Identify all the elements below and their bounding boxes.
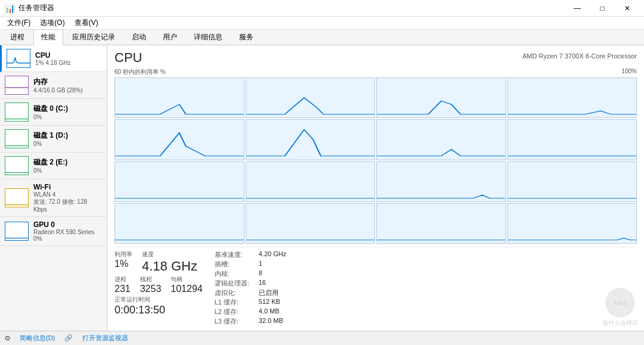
tab-performance[interactable]: 性能 (33, 29, 63, 45)
sidebar-item-disk0[interactable]: 磁盘 0 (C:) 0% (0, 99, 107, 126)
disk2-thumb (5, 156, 29, 175)
menu-file[interactable]: 文件(F) (2, 17, 35, 29)
process-value: 231 (114, 284, 131, 294)
disk0-sublabel: 0% (33, 114, 102, 120)
tab-process[interactable]: 进程 (2, 29, 32, 45)
sidebar-item-disk2[interactable]: 磁盘 2 (E:) 0% (0, 153, 107, 179)
tab-apphistory[interactable]: 应用历史记录 (64, 29, 123, 45)
open-icon: 🔗 (64, 334, 73, 342)
l1-value: 512 KB (259, 298, 286, 307)
speed-label: 速度 (142, 250, 197, 259)
cpu-model: AMD Ryzen 7 3700X 8-Core Processor (522, 52, 637, 60)
cpu-core-3 (507, 77, 637, 118)
chart-label-text: 60 秒内的利用率 % (114, 68, 166, 76)
sidebar-item-memory[interactable]: 内存 4.4/16.0 GB (28%) (0, 72, 107, 99)
cpu-label: CPU (35, 51, 102, 60)
chart-label: 60 秒内的利用率 % 100% (114, 68, 637, 76)
cpu-core-0 (114, 77, 244, 118)
cpu-core-10 (376, 161, 506, 202)
l2-value: 4.0 MB (259, 307, 286, 316)
thread-label: 线程 (140, 275, 162, 284)
disk0-thumb (5, 102, 29, 122)
tab-bar: 进程 性能 应用历史记录 启动 用户 详细信息 服务 (0, 30, 644, 45)
menu-view[interactable]: 查看(V) (70, 17, 103, 29)
stat-thread: 线程 3253 (140, 275, 162, 294)
page-title: CPU (114, 50, 142, 66)
tab-details[interactable]: 详细信息 (186, 29, 230, 45)
virt-label: 虚拟化: (215, 288, 249, 297)
memory-sublabel: 4.4/16.0 GB (28%) (33, 87, 102, 94)
chart-max-label: 100% (621, 68, 637, 76)
cpu-core-14 (376, 203, 506, 244)
open-monitor-link[interactable]: 打开资源监视器 (82, 334, 128, 343)
sidebar-item-cpu[interactable]: CPU 1% 4.18 GHz (0, 45, 107, 72)
virt-value: 已启用 (259, 288, 286, 297)
logical-label: 逻辑处理器: (215, 279, 249, 288)
utilization-label: 利用率 (114, 250, 132, 259)
summary-icon: ⊙ (5, 334, 10, 342)
tab-users[interactable]: 用户 (155, 29, 185, 45)
sidebar-item-disk1[interactable]: 磁盘 1 (D:) 0% (0, 126, 107, 153)
cpu-core-4 (114, 119, 244, 160)
cpu-core-8 (114, 161, 244, 202)
cores-label: 内核: (215, 269, 249, 278)
cpu-core-13 (246, 203, 376, 244)
cpu-sublabel: 1% 4.18 GHz (35, 60, 102, 66)
wifi-thumb (5, 188, 29, 207)
stat-speed: 速度 4.18 GHz (142, 250, 197, 274)
menu-options[interactable]: 选项(O) (35, 17, 69, 29)
close-button[interactable]: ✕ (615, 0, 639, 17)
stat-uptime: 正常运行时间 0:00:13:50 (114, 296, 203, 316)
stats-main: 利用率 1% 速度 4.18 GHz 进程 231 线程 325 (114, 250, 203, 326)
cpu-core-15 (507, 203, 637, 244)
menu-bar: 文件(F) 选项(O) 查看(V) (0, 17, 644, 30)
uptime-label: 正常运行时间 (114, 296, 203, 304)
tab-services[interactable]: 服务 (231, 29, 261, 45)
disk1-thumb (5, 129, 29, 148)
memory-label: 内存 (33, 77, 102, 87)
process-label: 进程 (114, 275, 131, 284)
maximize-button[interactable]: □ (590, 0, 614, 17)
gpu-label: GPU 0 (33, 220, 102, 229)
disk2-label: 磁盘 2 (E:) (33, 157, 102, 167)
cpu-grid (114, 77, 637, 244)
gpu-sublabel: Radeon RX 590 Series0% (33, 229, 102, 242)
base-speed-label: 基准速度: (215, 250, 249, 259)
wifi-label: Wi-Fi (33, 183, 102, 191)
summary-link[interactable]: 简略信息(D) (20, 334, 55, 343)
speed-value: 4.18 GHz (142, 259, 197, 274)
sidebar-item-wifi[interactable]: Wi-Fi WLAN 4发送: 72.0 接收: 128 Kbps (0, 179, 107, 217)
stats-right: 基准速度: 4.20 GHz 插槽: 1 内核: 8 逻辑处理器: 16 虚拟化… (215, 250, 287, 326)
cpu-thumb (7, 49, 30, 68)
app-icon: 📊 (5, 4, 15, 13)
l3-value: 32.0 MB (259, 317, 286, 326)
title-bar-controls: — □ ✕ (565, 0, 639, 17)
logical-value: 16 (259, 279, 286, 288)
l2-label: L2 缓存: (215, 307, 249, 316)
cpu-core-9 (246, 161, 376, 202)
cpu-core-5 (246, 119, 376, 160)
minimize-button[interactable]: — (565, 0, 589, 17)
sidebar-item-gpu[interactable]: GPU 0 Radeon RX 590 Series0% (0, 217, 107, 246)
sidebar: CPU 1% 4.18 GHz 内存 4.4/16.0 GB (28%) (0, 45, 107, 331)
cpu-core-6 (376, 119, 506, 160)
content-header: CPU AMD Ryzen 7 3700X 8-Core Processor (114, 50, 637, 66)
title-bar: 📊 任务管理器 — □ ✕ (0, 0, 644, 17)
app-title: 任务管理器 (18, 3, 54, 13)
title-bar-left: 📊 任务管理器 (5, 3, 54, 13)
stats-footer: 利用率 1% 速度 4.18 GHz 进程 231 线程 325 (114, 247, 637, 326)
gpu-thumb (5, 222, 29, 241)
l1-label: L1 缓存: (215, 298, 249, 307)
stat-process: 进程 231 (114, 275, 131, 294)
tab-startup[interactable]: 启动 (124, 29, 154, 45)
base-speed-value: 4.20 GHz (259, 250, 286, 259)
utilization-value: 1% (114, 259, 132, 269)
l3-label: L3 缓存: (215, 317, 249, 326)
cpu-core-7 (507, 119, 637, 160)
sockets-label: 插槽: (215, 260, 249, 269)
disk1-sublabel: 0% (33, 141, 102, 147)
uptime-value: 0:00:13:50 (114, 304, 203, 316)
cores-value: 8 (259, 269, 286, 278)
cpu-core-11 (507, 161, 637, 202)
thread-value: 3253 (140, 284, 162, 294)
